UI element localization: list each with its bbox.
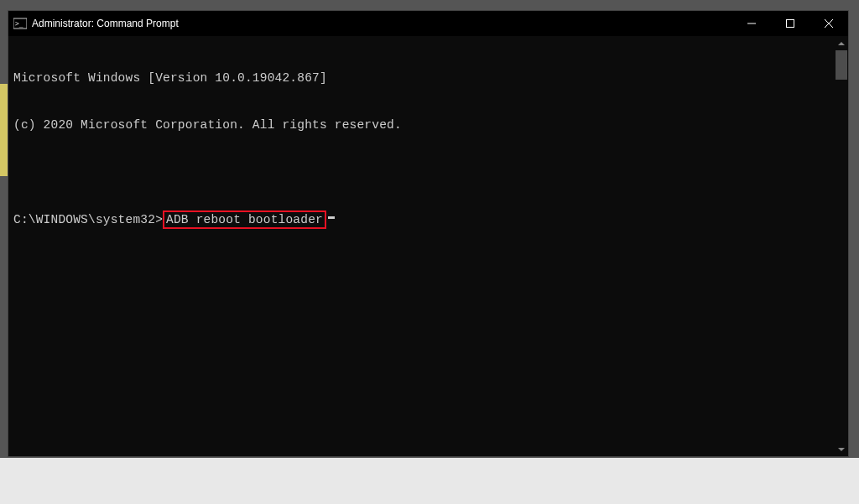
svg-text:>_: >_: [15, 20, 23, 28]
maximize-button[interactable]: [771, 11, 810, 36]
terminal-body[interactable]: Microsoft Windows [Version 10.0.19042.86…: [8, 36, 848, 456]
command-highlight: ADB reboot bootloader: [163, 210, 326, 230]
svg-marker-7: [838, 448, 845, 451]
minimize-button[interactable]: [732, 11, 771, 36]
terminal-line-version: Microsoft Windows [Version 10.0.19042.86…: [13, 70, 843, 86]
scrollbar-thumb[interactable]: [836, 50, 847, 80]
terminal-prompt-line: C:\WINDOWS\system32>ADB reboot bootloade…: [13, 210, 843, 230]
scrollbar[interactable]: [835, 36, 848, 456]
scrollbar-up-arrow-icon[interactable]: [835, 36, 848, 50]
terminal-prompt: C:\WINDOWS\system32>: [13, 212, 163, 228]
window-title: Administrator: Command Prompt: [32, 18, 732, 29]
svg-marker-6: [838, 42, 845, 45]
titlebar[interactable]: >_ Administrator: Command Prompt: [8, 11, 848, 36]
terminal-cursor: [328, 216, 335, 219]
terminal-blank-line: [13, 164, 843, 179]
background-accent-bottom: [0, 458, 859, 504]
terminal-content: Microsoft Windows [Version 10.0.19042.86…: [8, 36, 848, 263]
scrollbar-down-arrow-icon[interactable]: [835, 442, 848, 456]
command-prompt-window: >_ Administrator: Command Prompt Microso…: [8, 10, 849, 457]
close-button[interactable]: [810, 11, 848, 36]
cmd-icon: >_: [13, 17, 27, 30]
terminal-command: ADB reboot bootloader: [166, 213, 323, 226]
svg-rect-3: [787, 20, 794, 28]
window-controls: [732, 11, 848, 36]
terminal-line-copyright: (c) 2020 Microsoft Corporation. All righ…: [13, 117, 843, 133]
